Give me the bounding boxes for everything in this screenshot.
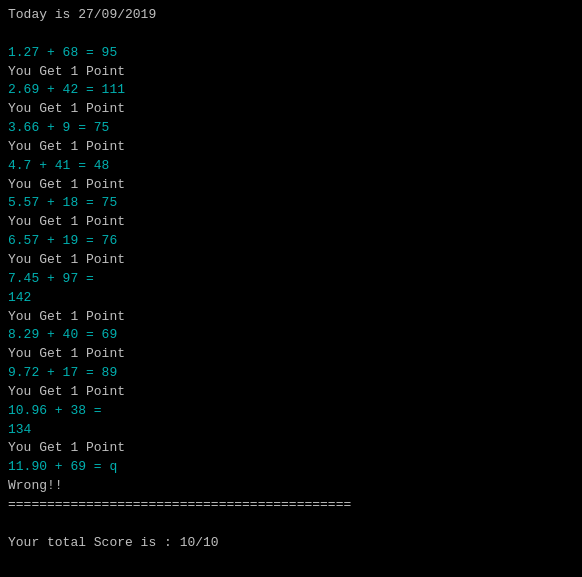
blank-line-3 bbox=[8, 552, 574, 571]
point-7: You Get 1 Point bbox=[8, 308, 574, 327]
problem-11: 11.90 + 69 = q bbox=[8, 458, 574, 477]
problem-5: 5.57 + 18 = 75 bbox=[8, 194, 574, 213]
blank-line-2 bbox=[8, 515, 574, 534]
blank-line bbox=[8, 25, 574, 44]
point-10: You Get 1 Point bbox=[8, 439, 574, 458]
point-8: You Get 1 Point bbox=[8, 345, 574, 364]
point-9: You Get 1 Point bbox=[8, 383, 574, 402]
point-5: You Get 1 Point bbox=[8, 213, 574, 232]
point-4: You Get 1 Point bbox=[8, 176, 574, 195]
problem-3: 3.66 + 9 = 75 bbox=[8, 119, 574, 138]
point-6: You Get 1 Point bbox=[8, 251, 574, 270]
problem-7b: 142 bbox=[8, 289, 574, 308]
problem-2: 2.69 + 42 = 111 bbox=[8, 81, 574, 100]
wrong-11: Wrong!! bbox=[8, 477, 574, 496]
terminal: Today is 27/09/2019 1.27 + 68 = 95 You G… bbox=[0, 0, 582, 577]
score-line: Your total Score is : 10/10 bbox=[8, 534, 574, 553]
problem-9: 9.72 + 17 = 89 bbox=[8, 364, 574, 383]
problem-10a: 10.96 + 38 = bbox=[8, 402, 574, 421]
point-1: You Get 1 Point bbox=[8, 63, 574, 82]
date-line: Today is 27/09/2019 bbox=[8, 6, 574, 25]
problem-4: 4.7 + 41 = 48 bbox=[8, 157, 574, 176]
problem-7a: 7.45 + 97 = bbox=[8, 270, 574, 289]
dash-line: ---------------------------------- bbox=[8, 571, 574, 577]
point-3: You Get 1 Point bbox=[8, 138, 574, 157]
point-2: You Get 1 Point bbox=[8, 100, 574, 119]
problem-8: 8.29 + 40 = 69 bbox=[8, 326, 574, 345]
separator-line: ========================================… bbox=[8, 496, 574, 515]
problem-10b: 134 bbox=[8, 421, 574, 440]
problem-6: 6.57 + 19 = 76 bbox=[8, 232, 574, 251]
problem-1: 1.27 + 68 = 95 bbox=[8, 44, 574, 63]
